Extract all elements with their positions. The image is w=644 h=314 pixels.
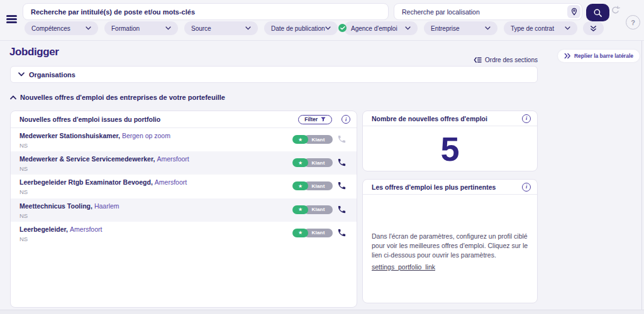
job-title: Meettechnicus Tooling,	[19, 202, 92, 210]
funnel-icon	[321, 117, 326, 122]
job-row[interactable]: Leerbegeleider,Amersfoort NS ★ Klant	[11, 222, 357, 245]
top-bar: ? Compétences Formation Source Date de p…	[0, 0, 644, 41]
chevron-down-icon	[86, 26, 91, 30]
info-icon[interactable]: i	[341, 115, 350, 124]
filter-pill[interactable]: Type de contrat	[504, 21, 577, 35]
settings-portfolio-link[interactable]: settings_portfolio_link	[372, 263, 435, 272]
pertinent-card-header: Les offres d'emploi les plus pertinentes…	[363, 180, 537, 195]
new-offers-count-card: Nombre de nouvelles offres d'emploi i 5	[362, 111, 538, 171]
job-row[interactable]: Meettechnicus Tooling,Haarlem NS ★ Klant	[11, 198, 357, 222]
info-icon[interactable]: i	[522, 114, 531, 123]
filter-pill-label: Agence d'emploi	[351, 25, 397, 32]
jobs-card-header: Nouvelles offres d'emploi issues du port…	[11, 111, 357, 128]
info-icon[interactable]: i	[522, 183, 531, 192]
app-screen: ? Compétences Formation Source Date de p…	[0, 0, 644, 314]
star-icon: ★	[292, 229, 308, 237]
chevron-down-icon	[565, 26, 570, 30]
search-keywords-input[interactable]	[23, 3, 389, 20]
job-title: Leerbegeleider Rtgb Examinator Bevoegd,	[19, 178, 153, 186]
count-card-title: Nombre de nouvelles offres d'emploi	[372, 115, 522, 122]
collapse-sidebar-button[interactable]: Replier la barre latérale	[558, 50, 640, 62]
job-city: Amersfoort	[155, 178, 187, 186]
job-title: Medewerker & Service Servicemedewerker,	[19, 155, 155, 163]
filter-pill-label: Entreprise	[431, 25, 460, 32]
help-icon[interactable]: ?	[626, 15, 640, 30]
order-sections-button[interactable]: Ordre des sections	[474, 55, 538, 65]
reset-search-icon[interactable]	[611, 6, 620, 15]
chevron-down-icon	[405, 26, 411, 30]
location-pin-icon[interactable]	[567, 5, 580, 18]
star-icon: ★	[292, 135, 308, 144]
pertinent-card-text: Dans l'écran de paramètres, configurez u…	[372, 232, 528, 259]
chevron-down-icon	[485, 26, 491, 30]
star-icon: ★	[292, 205, 308, 214]
filter-pill[interactable]: Date de publication	[264, 21, 338, 35]
new-offers-count-value: 5	[363, 126, 537, 171]
filter-pill[interactable]: Entreprise	[424, 21, 497, 35]
phone-icon[interactable]	[337, 134, 347, 144]
job-city: Haarlem	[94, 202, 119, 210]
menu-icon[interactable]	[6, 15, 17, 23]
star-icon: ★	[292, 181, 308, 190]
portfolio-section-toggle[interactable]: Nouvelles offres d'emploi des entreprise…	[10, 94, 225, 101]
count-card-header: Nombre de nouvelles offres d'emploi i	[363, 111, 537, 126]
filter-pill[interactable]: Agence d'emploi	[344, 21, 418, 35]
portfolio-jobs-card: Nouvelles offres d'emploi issues du port…	[10, 111, 357, 308]
client-badge: ★ Klant	[292, 181, 333, 190]
star-icon: ★	[292, 158, 308, 167]
client-badge: ★ Klant	[292, 229, 333, 237]
client-badge: ★ Klant	[292, 158, 333, 167]
filter-pill-label: Formation	[111, 25, 140, 32]
phone-icon[interactable]	[337, 181, 347, 190]
bottom-edge	[0, 310, 644, 314]
organisations-section-toggle[interactable]: Organisations	[10, 66, 538, 83]
client-badge: ★ Klant	[292, 205, 333, 214]
double-chevron-down-icon	[590, 25, 597, 32]
chevron-down-icon	[18, 72, 25, 77]
chevron-up-icon	[10, 95, 16, 100]
pertinent-offers-card: Les offres d'emploi les plus pertinentes…	[362, 179, 538, 303]
job-title: Medewerker Stationshuiskamer,	[19, 132, 120, 139]
filter-pill-label: Compétences	[31, 25, 70, 32]
search-icon	[593, 8, 602, 18]
jobdigger-logo: Jobdigger	[9, 46, 59, 58]
double-chevron-right-icon	[564, 53, 571, 59]
phone-icon[interactable]	[337, 228, 347, 237]
reorder-sections-icon	[474, 57, 482, 63]
filter-pill-label: Type de contrat	[511, 25, 554, 32]
search-button[interactable]	[586, 4, 609, 21]
jobs-card-title: Nouvelles offres d'emploi issues du port…	[19, 116, 298, 123]
filter-pill-label: Date de publication	[271, 25, 325, 32]
filter-pill[interactable]: Formation	[104, 21, 178, 35]
filter-button[interactable]: Filter	[298, 115, 332, 124]
pertinent-card-title: Les offres d'emploi les plus pertinentes	[372, 183, 522, 191]
pertinent-card-body: Dans l'écran de paramètres, configurez u…	[372, 232, 530, 272]
chevron-down-icon	[245, 26, 251, 30]
job-city: Amersfoort	[70, 225, 102, 233]
filter-pill-row: Compétences Formation Source Date de pub…	[25, 21, 577, 35]
job-row[interactable]: Medewerker & Service Servicemedewerker,A…	[11, 151, 357, 175]
job-city: Bergen op zoom	[122, 132, 170, 139]
filter-pill-label: Source	[191, 25, 211, 32]
job-row[interactable]: Medewerker Stationshuiskamer,Bergen op z…	[11, 128, 357, 151]
filter-pill[interactable]: Source	[184, 21, 258, 35]
phone-icon[interactable]	[337, 205, 347, 214]
job-list: Medewerker Stationshuiskamer,Bergen op z…	[11, 128, 357, 245]
phone-icon[interactable]	[337, 158, 347, 167]
job-city: Amersfoort	[157, 155, 189, 163]
client-badge: ★ Klant	[292, 135, 333, 144]
active-filter-check-icon	[338, 24, 347, 32]
search-location-input[interactable]	[394, 3, 582, 20]
more-filters-button[interactable]	[583, 21, 604, 35]
search-location-wrap	[394, 3, 582, 20]
filter-pill[interactable]: Compétences	[25, 21, 98, 35]
job-title: Leerbegeleider,	[19, 225, 68, 233]
chevron-down-icon	[165, 26, 171, 30]
scrollbar-track[interactable]	[641, 40, 642, 310]
job-row[interactable]: Leerbegeleider Rtgb Examinator Bevoegd,A…	[11, 175, 357, 198]
chevron-down-icon	[325, 26, 331, 30]
